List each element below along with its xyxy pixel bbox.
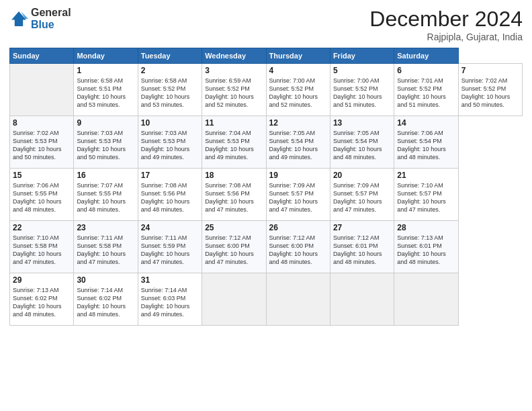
day-number: 25 bbox=[205, 223, 263, 232]
day-info: Sunrise: 6:59 AM Sunset: 5:52 PM Dayligh… bbox=[205, 77, 263, 109]
day-info: Sunrise: 6:58 AM Sunset: 5:52 PM Dayligh… bbox=[141, 77, 199, 109]
day-number: 15 bbox=[13, 171, 71, 180]
calendar-cell: 7Sunrise: 7:02 AM Sunset: 5:52 PM Daylig… bbox=[458, 64, 522, 116]
week-row-1: 1Sunrise: 6:58 AM Sunset: 5:51 PM Daylig… bbox=[10, 64, 523, 116]
day-info: Sunrise: 7:10 AM Sunset: 5:57 PM Dayligh… bbox=[397, 181, 455, 214]
calendar-cell: 13Sunrise: 7:05 AM Sunset: 5:54 PM Dayli… bbox=[330, 116, 394, 169]
calendar-table: SundayMondayTuesdayWednesdayThursdayFrid… bbox=[9, 48, 523, 326]
day-info: Sunrise: 7:14 AM Sunset: 6:02 PM Dayligh… bbox=[77, 286, 134, 319]
day-number: 14 bbox=[397, 118, 455, 128]
day-number: 18 bbox=[205, 171, 263, 180]
day-number: 20 bbox=[333, 171, 391, 180]
calendar-cell: 23Sunrise: 7:11 AM Sunset: 5:58 PM Dayli… bbox=[74, 221, 138, 273]
day-number: 12 bbox=[269, 118, 327, 128]
calendar-cell: 18Sunrise: 7:08 AM Sunset: 5:56 PM Dayli… bbox=[202, 169, 266, 221]
day-number: 11 bbox=[205, 118, 263, 128]
day-info: Sunrise: 7:04 AM Sunset: 5:53 PM Dayligh… bbox=[205, 129, 263, 162]
day-info: Sunrise: 7:03 AM Sunset: 5:53 PM Dayligh… bbox=[77, 129, 134, 162]
header-row: SundayMondayTuesdayWednesdayThursdayFrid… bbox=[10, 48, 523, 64]
day-info: Sunrise: 7:02 AM Sunset: 5:53 PM Dayligh… bbox=[13, 129, 71, 162]
calendar-cell: 2Sunrise: 6:58 AM Sunset: 5:52 PM Daylig… bbox=[138, 64, 202, 116]
week-row-3: 15Sunrise: 7:06 AM Sunset: 5:55 PM Dayli… bbox=[10, 169, 523, 221]
day-number: 3 bbox=[205, 66, 263, 75]
day-info: Sunrise: 7:10 AM Sunset: 5:58 PM Dayligh… bbox=[13, 234, 71, 267]
day-number: 13 bbox=[333, 118, 391, 128]
calendar-cell: 24Sunrise: 7:11 AM Sunset: 5:59 PM Dayli… bbox=[138, 221, 202, 273]
calendar-cell: 22Sunrise: 7:10 AM Sunset: 5:58 PM Dayli… bbox=[10, 221, 74, 273]
day-info: Sunrise: 7:05 AM Sunset: 5:54 PM Dayligh… bbox=[269, 129, 327, 162]
calendar-cell: 20Sunrise: 7:09 AM Sunset: 5:57 PM Dayli… bbox=[330, 169, 394, 221]
calendar-cell bbox=[266, 273, 330, 326]
day-number: 23 bbox=[77, 223, 134, 232]
calendar-cell bbox=[202, 273, 266, 326]
day-number: 31 bbox=[141, 275, 199, 285]
logo: General Blue bbox=[9, 7, 71, 30]
day-number: 30 bbox=[77, 275, 134, 285]
day-number: 22 bbox=[13, 223, 71, 232]
day-header-sunday: Sunday bbox=[10, 48, 74, 64]
calendar-cell: 21Sunrise: 7:10 AM Sunset: 5:57 PM Dayli… bbox=[394, 169, 458, 221]
calendar-cell: 9Sunrise: 7:03 AM Sunset: 5:53 PM Daylig… bbox=[74, 116, 138, 169]
day-info: Sunrise: 7:00 AM Sunset: 5:52 PM Dayligh… bbox=[333, 77, 391, 109]
calendar-cell: 16Sunrise: 7:07 AM Sunset: 5:55 PM Dayli… bbox=[74, 169, 138, 221]
day-number: 19 bbox=[269, 171, 327, 180]
day-info: Sunrise: 7:12 AM Sunset: 6:01 PM Dayligh… bbox=[333, 234, 391, 267]
day-info: Sunrise: 7:03 AM Sunset: 5:53 PM Dayligh… bbox=[141, 129, 199, 162]
day-number: 8 bbox=[13, 118, 71, 128]
week-row-2: 8Sunrise: 7:02 AM Sunset: 5:53 PM Daylig… bbox=[10, 116, 523, 169]
day-number: 1 bbox=[77, 66, 134, 75]
calendar-cell: 5Sunrise: 7:00 AM Sunset: 5:52 PM Daylig… bbox=[330, 64, 394, 116]
day-info: Sunrise: 7:12 AM Sunset: 6:00 PM Dayligh… bbox=[205, 234, 263, 267]
day-info: Sunrise: 7:11 AM Sunset: 5:59 PM Dayligh… bbox=[141, 234, 199, 267]
day-info: Sunrise: 7:11 AM Sunset: 5:58 PM Dayligh… bbox=[77, 234, 134, 267]
calendar-cell: 12Sunrise: 7:05 AM Sunset: 5:54 PM Dayli… bbox=[266, 116, 330, 169]
calendar-cell: 15Sunrise: 7:06 AM Sunset: 5:55 PM Dayli… bbox=[10, 169, 74, 221]
calendar-cell bbox=[394, 273, 458, 326]
calendar-container: General Blue December 2024 Rajpipla, Guj… bbox=[0, 0, 532, 332]
day-info: Sunrise: 7:09 AM Sunset: 5:57 PM Dayligh… bbox=[269, 181, 327, 214]
calendar-cell: 31Sunrise: 7:14 AM Sunset: 6:03 PM Dayli… bbox=[138, 273, 202, 326]
day-number: 26 bbox=[269, 223, 327, 232]
day-number: 27 bbox=[333, 223, 391, 232]
day-info: Sunrise: 7:09 AM Sunset: 5:57 PM Dayligh… bbox=[333, 181, 391, 214]
calendar-cell: 26Sunrise: 7:12 AM Sunset: 6:00 PM Dayli… bbox=[266, 221, 330, 273]
day-info: Sunrise: 7:00 AM Sunset: 5:52 PM Dayligh… bbox=[269, 77, 327, 109]
day-number: 24 bbox=[141, 223, 199, 232]
calendar-cell: 3Sunrise: 6:59 AM Sunset: 5:52 PM Daylig… bbox=[202, 64, 266, 116]
header: General Blue December 2024 Rajpipla, Guj… bbox=[9, 7, 523, 42]
calendar-cell: 17Sunrise: 7:08 AM Sunset: 5:56 PM Dayli… bbox=[138, 169, 202, 221]
location: Rajpipla, Gujarat, India bbox=[369, 32, 523, 42]
day-header-tuesday: Tuesday bbox=[138, 48, 202, 64]
day-info: Sunrise: 7:06 AM Sunset: 5:54 PM Dayligh… bbox=[397, 129, 455, 162]
day-info: Sunrise: 7:05 AM Sunset: 5:54 PM Dayligh… bbox=[333, 129, 391, 162]
logo-icon bbox=[9, 9, 28, 28]
calendar-cell: 27Sunrise: 7:12 AM Sunset: 6:01 PM Dayli… bbox=[330, 221, 394, 273]
calendar-cell bbox=[330, 273, 394, 326]
calendar-cell: 1Sunrise: 6:58 AM Sunset: 5:51 PM Daylig… bbox=[74, 64, 138, 116]
day-header-saturday: Saturday bbox=[394, 48, 458, 64]
week-row-4: 22Sunrise: 7:10 AM Sunset: 5:58 PM Dayli… bbox=[10, 221, 523, 273]
day-info: Sunrise: 7:06 AM Sunset: 5:55 PM Dayligh… bbox=[13, 181, 71, 214]
day-number: 16 bbox=[77, 171, 134, 180]
day-info: Sunrise: 7:13 AM Sunset: 6:01 PM Dayligh… bbox=[397, 234, 455, 267]
day-info: Sunrise: 7:08 AM Sunset: 5:56 PM Dayligh… bbox=[141, 181, 199, 214]
calendar-cell: 11Sunrise: 7:04 AM Sunset: 5:53 PM Dayli… bbox=[202, 116, 266, 169]
day-header-friday: Friday bbox=[330, 48, 394, 64]
day-info: Sunrise: 7:13 AM Sunset: 6:02 PM Dayligh… bbox=[13, 286, 71, 319]
day-info: Sunrise: 6:58 AM Sunset: 5:51 PM Dayligh… bbox=[77, 77, 134, 109]
day-info: Sunrise: 7:07 AM Sunset: 5:55 PM Dayligh… bbox=[77, 181, 134, 214]
day-info: Sunrise: 7:14 AM Sunset: 6:03 PM Dayligh… bbox=[141, 286, 199, 319]
day-number: 10 bbox=[141, 118, 199, 128]
day-number: 29 bbox=[13, 275, 71, 285]
month-title: December 2024 bbox=[369, 7, 523, 32]
calendar-cell bbox=[10, 64, 74, 116]
day-info: Sunrise: 7:08 AM Sunset: 5:56 PM Dayligh… bbox=[205, 181, 263, 214]
day-number: 5 bbox=[333, 66, 391, 75]
calendar-cell: 28Sunrise: 7:13 AM Sunset: 6:01 PM Dayli… bbox=[394, 221, 458, 273]
day-header-monday: Monday bbox=[74, 48, 138, 64]
calendar-cell: 6Sunrise: 7:01 AM Sunset: 5:52 PM Daylig… bbox=[394, 64, 458, 116]
calendar-cell: 25Sunrise: 7:12 AM Sunset: 6:00 PM Dayli… bbox=[202, 221, 266, 273]
day-number: 21 bbox=[397, 171, 455, 180]
title-block: December 2024 Rajpipla, Gujarat, India bbox=[369, 7, 523, 42]
day-header-wednesday: Wednesday bbox=[202, 48, 266, 64]
